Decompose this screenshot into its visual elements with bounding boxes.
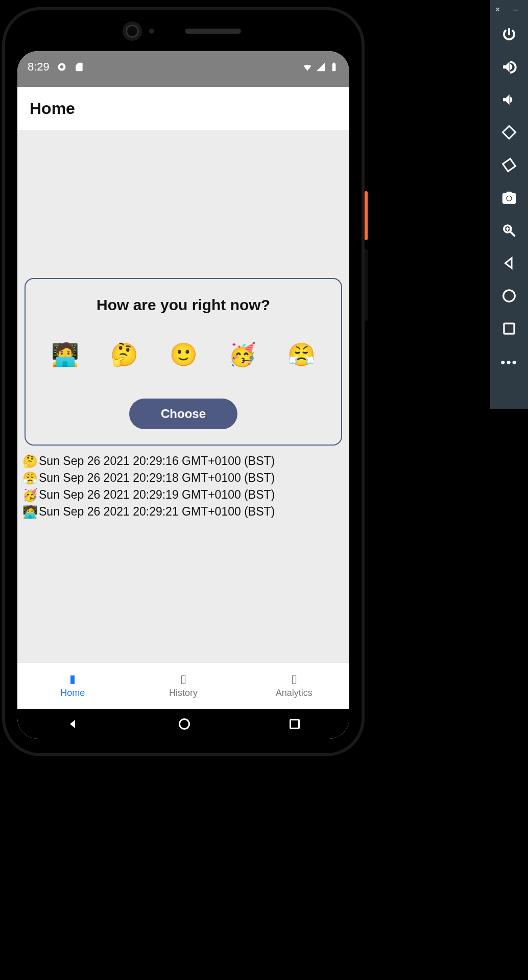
home-icon[interactable] (501, 288, 517, 304)
emoji-option-thinking[interactable]: 🤔 (110, 341, 138, 368)
rotate-right-icon[interactable] (501, 157, 517, 173)
emu-minimize-button[interactable]: – (513, 5, 518, 14)
log-emoji: 😤 (22, 470, 37, 486)
log-emoji: 🤔 (22, 453, 37, 470)
tab-home[interactable]: ▮ Home (17, 663, 128, 709)
log-text: Sun Sep 26 2021 20:29:16 GMT+0100 (BST) (39, 453, 275, 470)
android-nav-bar (17, 709, 349, 739)
tab-history-icon: ▯ (180, 673, 186, 685)
nav-home-icon[interactable] (179, 718, 190, 730)
wifi-icon (302, 62, 313, 72)
emoji-row: 🧑‍💻 🤔 🙂 🥳 😤 (51, 341, 316, 368)
emoji-option-triumph[interactable]: 😤 (287, 341, 316, 368)
emu-close-button[interactable]: × (495, 5, 500, 14)
tab-home-icon: ▮ (69, 673, 76, 685)
device-power-button[interactable] (365, 191, 368, 240)
log-emoji: 🥳 (22, 486, 37, 503)
zoom-icon[interactable] (501, 223, 517, 238)
log-item: 🥳 Sun Sep 26 2021 20:29:19 GMT+0100 (BST… (22, 486, 344, 503)
tab-analytics[interactable]: ▯ Analytics (238, 663, 349, 709)
emulator-toolbar: × – ••• (490, 0, 528, 409)
camera-icon[interactable] (501, 190, 517, 205)
status-bar: 8:29 (17, 51, 349, 87)
device-volume-button[interactable] (365, 249, 368, 321)
choose-button[interactable]: Choose (129, 399, 237, 429)
signal-icon (316, 62, 326, 72)
log-item: 😤 Sun Sep 26 2021 20:29:18 GMT+0100 (BST… (22, 470, 344, 486)
device-camera (126, 25, 139, 38)
emoji-option-smile[interactable]: 🙂 (170, 341, 198, 368)
log-item: 🧑‍💻 Sun Sep 26 2021 20:29:21 GMT+0100 (B… (22, 503, 344, 520)
svg-rect-1 (504, 323, 514, 334)
log-text: Sun Sep 26 2021 20:29:19 GMT+0100 (BST) (39, 487, 275, 503)
log-emoji: 🧑‍💻 (22, 503, 37, 520)
tab-label: Analytics (276, 688, 313, 698)
device-frame: 8:29 Home (2, 7, 365, 756)
tab-analytics-icon: ▯ (291, 673, 297, 685)
emu-more-icon[interactable]: ••• (500, 355, 517, 370)
nav-back-icon[interactable] (67, 718, 79, 730)
card-title: How are you right now? (38, 296, 329, 314)
log-list: 🤔 Sun Sep 26 2021 20:29:16 GMT+0100 (BST… (22, 453, 344, 520)
volume-down-icon[interactable] (501, 92, 517, 107)
nav-overview-icon[interactable] (290, 719, 300, 729)
power-icon[interactable] (501, 27, 517, 42)
log-text: Sun Sep 26 2021 20:29:18 GMT+0100 (BST) (39, 470, 275, 486)
device-speaker (185, 29, 241, 34)
bottom-tabs: ▮ Home ▯ History ▯ Analytics (17, 662, 349, 709)
tab-history[interactable]: ▯ History (128, 663, 239, 709)
page-title: Home (30, 99, 75, 118)
screen: 8:29 Home (17, 51, 349, 739)
mood-card: How are you right now? 🧑‍💻 🤔 🙂 🥳 😤 Choos… (25, 278, 342, 446)
tab-label: Home (60, 688, 85, 698)
back-icon[interactable] (501, 255, 517, 271)
device-sensor (149, 29, 154, 34)
emoji-option-working[interactable]: 🧑‍💻 (51, 341, 79, 368)
tab-label: History (169, 688, 198, 698)
emoji-option-party[interactable]: 🥳 (228, 341, 256, 368)
status-time: 8:29 (28, 60, 50, 74)
sd-card-icon (74, 62, 84, 72)
svg-point-3 (60, 65, 63, 69)
app-bar: Home (17, 87, 349, 130)
content-area[interactable]: How are you right now? 🧑‍💻 🤔 🙂 🥳 😤 Choos… (17, 130, 349, 662)
notification-icon (57, 62, 67, 72)
svg-point-0 (503, 290, 515, 302)
log-item: 🤔 Sun Sep 26 2021 20:29:16 GMT+0100 (BST… (22, 453, 344, 470)
battery-icon (329, 62, 339, 72)
overview-icon[interactable] (501, 321, 517, 336)
volume-up-icon[interactable] (501, 59, 517, 75)
rotate-left-icon[interactable] (501, 125, 517, 140)
log-text: Sun Sep 26 2021 20:29:21 GMT+0100 (BST) (39, 504, 275, 520)
